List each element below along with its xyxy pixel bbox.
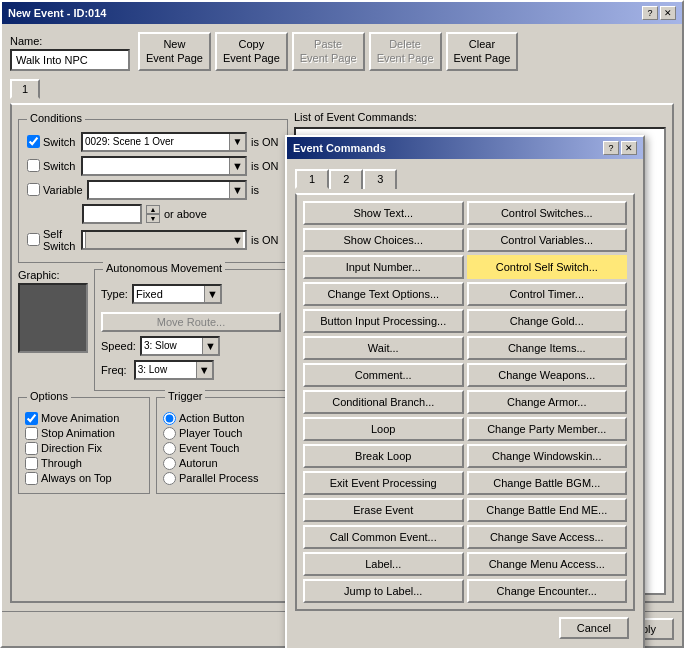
break-loop-button[interactable]: Break Loop [303, 444, 464, 468]
change-text-options-button[interactable]: Change Text Options... [303, 282, 464, 306]
change-menu-access-button[interactable]: Change Menu Access... [467, 552, 628, 576]
switch1-checkbox[interactable] [27, 135, 40, 148]
wait-button[interactable]: Wait... [303, 336, 464, 360]
move-route-button[interactable]: Move Route... [101, 312, 281, 332]
switch2-input[interactable]: ▼ [81, 156, 247, 176]
dialog-title-bar: Event Commands ? ✕ [287, 137, 643, 159]
control-switches-button[interactable]: Control Switches... [467, 201, 628, 225]
change-battle-end-me-button[interactable]: Change Battle End ME... [467, 498, 628, 522]
change-gold-button[interactable]: Change Gold... [467, 309, 628, 333]
always-on-top-row: Always on Top [25, 472, 143, 485]
title-bar-buttons: ? ✕ [642, 6, 676, 20]
trigger-label: Trigger [165, 390, 205, 402]
cmd-tab-1[interactable]: 1 [295, 169, 329, 189]
new-event-page-button[interactable]: NewEvent Page [138, 32, 211, 71]
change-weapons-button[interactable]: Change Weapons... [467, 363, 628, 387]
switch2-arrow[interactable]: ▼ [229, 158, 245, 174]
type-row: Type: Fixed ▼ [101, 284, 281, 304]
name-input[interactable] [10, 49, 130, 71]
event-touch-radio[interactable] [163, 442, 176, 455]
movement-section: Autonomous Movement Type: Fixed ▼ Move R… [94, 269, 288, 391]
clear-event-page-button[interactable]: ClearEvent Page [446, 32, 519, 71]
action-button-radio[interactable] [163, 412, 176, 425]
stop-animation-checkbox[interactable] [25, 427, 38, 440]
copy-event-page-button[interactable]: CopyEvent Page [215, 32, 288, 71]
control-timer-button[interactable]: Control Timer... [467, 282, 628, 306]
change-items-button[interactable]: Change Items... [467, 336, 628, 360]
move-animation-checkbox[interactable] [25, 412, 38, 425]
autorun-label: Autorun [179, 457, 218, 469]
action-button-label: Action Button [179, 412, 244, 424]
main-window: New Event - ID:014 ? ✕ Name: NewEvent Pa… [0, 0, 684, 648]
variable-ison: is [251, 184, 279, 196]
change-party-member-button[interactable]: Change Party Member... [467, 417, 628, 441]
type-arrow[interactable]: ▼ [204, 286, 220, 302]
button-input-processing-button[interactable]: Button Input Processing... [303, 309, 464, 333]
switch2-check-label[interactable]: Switch [27, 159, 77, 172]
variable-checkbox[interactable] [27, 183, 40, 196]
tab-1[interactable]: 1 [10, 79, 40, 99]
jump-to-label-button[interactable]: Jump to Label... [303, 579, 464, 603]
comment-button[interactable]: Comment... [303, 363, 464, 387]
player-touch-radio[interactable] [163, 427, 176, 440]
speed-arrow[interactable]: ▼ [202, 338, 218, 354]
change-armor-button[interactable]: Change Armor... [467, 390, 628, 414]
paste-event-page-button[interactable]: PasteEvent Page [292, 32, 365, 71]
help-button[interactable]: ? [642, 6, 658, 20]
parallel-process-radio[interactable] [163, 472, 176, 485]
call-common-event-button[interactable]: Call Common Event... [303, 525, 464, 549]
conditional-branch-button[interactable]: Conditional Branch... [303, 390, 464, 414]
change-windowskin-button[interactable]: Change Windowskin... [467, 444, 628, 468]
cmd-tab-2[interactable]: 2 [329, 169, 363, 189]
switch1-input[interactable]: 0029: Scene 1 Over ▼ [81, 132, 247, 152]
speed-select[interactable]: 3: Slow ▼ [140, 336, 220, 356]
show-text-button[interactable]: Show Text... [303, 201, 464, 225]
cmd-tab-3[interactable]: 3 [363, 169, 397, 189]
loop-button[interactable]: Loop [303, 417, 464, 441]
self-switch-input[interactable]: ▼ [81, 230, 247, 250]
show-choices-button[interactable]: Show Choices... [303, 228, 464, 252]
close-button[interactable]: ✕ [660, 6, 676, 20]
change-battle-bgm-button[interactable]: Change Battle BGM... [467, 471, 628, 495]
variable-input[interactable]: ▼ [87, 180, 247, 200]
change-encounter-button[interactable]: Change Encounter... [467, 579, 628, 603]
switch1-check-label[interactable]: Switch [27, 135, 77, 148]
movement-label: Autonomous Movement [103, 262, 225, 274]
switch1-arrow[interactable]: ▼ [229, 134, 245, 150]
freq-select[interactable]: 3: Low ▼ [134, 360, 214, 380]
dialog-help-button[interactable]: ? [603, 141, 619, 155]
through-checkbox[interactable] [25, 457, 38, 470]
erase-event-button[interactable]: Erase Event [303, 498, 464, 522]
or-above-spinbox[interactable] [82, 204, 142, 224]
spin-up[interactable]: ▲ [146, 205, 160, 214]
stop-animation-row: Stop Animation [25, 427, 143, 440]
variable-arrow[interactable]: ▼ [229, 182, 245, 198]
graphic-preview[interactable] [18, 283, 88, 353]
dialog-cancel-button[interactable]: Cancel [559, 617, 629, 639]
change-save-access-button[interactable]: Change Save Access... [467, 525, 628, 549]
action-button-row: Action Button [163, 412, 281, 425]
dialog-close-button[interactable]: ✕ [621, 141, 637, 155]
self-switch-label: SelfSwitch [43, 228, 75, 252]
switch2-checkbox[interactable] [27, 159, 40, 172]
graphic-movement-row: Graphic: Autonomous Movement Type: Fixed… [18, 269, 288, 391]
freq-value: 3: Low [138, 364, 167, 375]
delete-event-page-button[interactable]: DeleteEvent Page [369, 32, 442, 71]
freq-arrow[interactable]: ▼ [196, 362, 212, 378]
direction-fix-checkbox[interactable] [25, 442, 38, 455]
variable-row: Variable ▼ is [27, 180, 279, 200]
self-switch-checkbox[interactable] [27, 233, 40, 246]
always-on-top-checkbox[interactable] [25, 472, 38, 485]
control-self-switch-button[interactable]: Control Self Switch... [467, 255, 628, 279]
type-select[interactable]: Fixed ▼ [132, 284, 222, 304]
exit-event-processing-button[interactable]: Exit Event Processing [303, 471, 464, 495]
control-variables-button[interactable]: Control Variables... [467, 228, 628, 252]
autorun-radio[interactable] [163, 457, 176, 470]
self-switch-arrow[interactable]: ▼ [85, 232, 243, 248]
variable-check-label[interactable]: Variable [27, 183, 83, 196]
self-switch-check-label[interactable]: SelfSwitch [27, 228, 75, 252]
spin-down[interactable]: ▼ [146, 214, 160, 223]
dialog-title-buttons: ? ✕ [603, 141, 637, 155]
input-number-button[interactable]: Input Number... [303, 255, 464, 279]
label-button[interactable]: Label... [303, 552, 464, 576]
